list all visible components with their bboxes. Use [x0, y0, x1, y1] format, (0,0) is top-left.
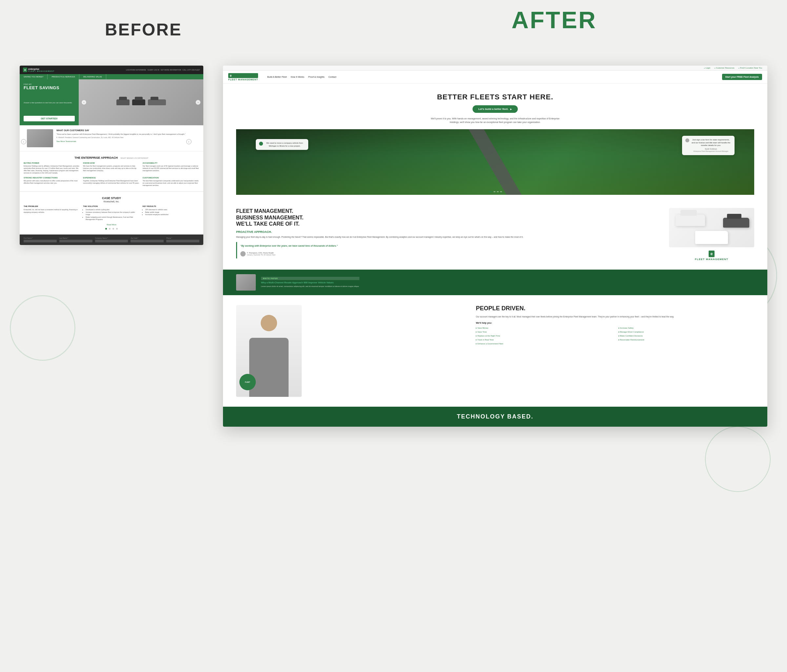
company-name-input[interactable]	[95, 240, 128, 242]
case-results-list: 10% decrease in vehicle costs Better pub…	[143, 209, 199, 216]
help-track-real-time[interactable]: Track in Real Time	[476, 338, 612, 341]
before-locations: LOCATIONS NATIONWIDE	[126, 69, 146, 71]
zip-code-input[interactable]	[131, 240, 164, 242]
after-whitepaper-section: WHITE PAPER Why a Multi-Channel Resale A…	[223, 270, 767, 295]
slider-dot-3[interactable]	[497, 191, 499, 192]
case-problem-text: Kroeschell, Inc. did not have a consiste…	[24, 209, 81, 213]
car-shape-1	[116, 100, 130, 105]
before-nav-delivering[interactable]: DELIVERING VALUE	[79, 74, 106, 79]
footer-col-2: Last Name *	[59, 237, 92, 242]
before-client-login[interactable]: CLIENT LOG IN	[147, 69, 160, 71]
nav-proof-insights[interactable]: Proof & Insights	[308, 76, 324, 78]
nav-how-it-works[interactable]: How It Works	[291, 76, 305, 78]
before-cta-button[interactable]: GET STARTED!	[24, 116, 75, 121]
before-hero: FIND MY FLEET SAVINGS Answer a few quest…	[20, 79, 203, 125]
before-top-nav: LOCATIONS NATIONWIDE CLIENT LOG IN GET M…	[126, 69, 200, 71]
nav-build-fleet[interactable]: Build A Better Fleet	[267, 76, 287, 78]
before-hero-cars	[79, 79, 203, 125]
dot-4[interactable]	[116, 228, 118, 229]
before-case-study: CASE STUDY Kroeschell, Inc. THE PROBLEM …	[20, 191, 203, 234]
before-testimonial-section: ‹ WHAT OUR CUSTOMERS SAY "Since we've be…	[20, 125, 203, 152]
after-slider-dots	[488, 191, 502, 192]
after-fleet-body: Managing your fleet day-to-day is hard e…	[236, 236, 661, 239]
after-hero-image-area: We need to move a company vehicle from M…	[236, 129, 754, 195]
footer-col-3: Company Name *	[95, 237, 128, 242]
dot-1[interactable]	[105, 228, 107, 229]
help-save-time[interactable]: Save Time	[476, 330, 612, 333]
slider-dot-1[interactable]	[488, 191, 492, 192]
dot-2[interactable]	[109, 228, 111, 229]
case-solution-list: Developed a vehicle cycling plan Increas…	[83, 209, 140, 221]
hero-prev-arrow[interactable]: ‹	[81, 100, 87, 105]
after-quote-block: "By working with Enterprise over the yea…	[236, 242, 661, 258]
case-solution-title: THE SOLUTION	[83, 205, 140, 207]
car-shape-3	[148, 100, 166, 105]
before-approach-section: THE ENTERPRISE APPROACH WHAT MAKES US DI…	[20, 152, 203, 191]
after-help-list-right: Increase Safety Manage Driver Compliance…	[618, 327, 754, 346]
after-hero-headline: BETTER FLEETS START HERE.	[236, 93, 754, 101]
after-people-body: Our account managers are the key to it a…	[476, 315, 754, 318]
phone-input[interactable]	[166, 240, 199, 242]
slider-dot-4[interactable]	[500, 191, 502, 192]
before-get-info[interactable]: GET MORE INFORMATION	[161, 69, 181, 71]
after-wp-title[interactable]: Why a Multi-Channel Resale Approach Will…	[261, 281, 359, 284]
before-panel: e enterprise FLEET MANAGEMENT LOCATIONS …	[20, 66, 203, 245]
person-body	[249, 338, 289, 397]
nav-contact[interactable]: Contact	[329, 76, 337, 78]
testimonial-heading: WHAT OUR CUSTOMERS SAY	[56, 129, 186, 131]
before-label: BEFORE	[105, 20, 182, 40]
after-customer-resources-link[interactable]: » Customer Resources	[714, 67, 734, 69]
after-tech-headline: TECHNOLOGY BASED.	[236, 413, 754, 420]
fleet-car-white	[675, 215, 705, 226]
before-hero-left: FIND MY FLEET SAVINGS Answer a few quest…	[20, 79, 79, 125]
before-nav-saving[interactable]: SAVING YOU MONEY	[20, 74, 47, 79]
before-nav-products[interactable]: PRODUCTS & SERVICES	[47, 74, 79, 79]
after-we-help-label: We'll help you:	[476, 322, 754, 324]
after-fleet-text: FLEET MANAGEMENT. BUSINESS MANAGEMENT. W…	[236, 208, 661, 261]
before-testimonial-content: WHAT OUR CUSTOMERS SAY "Since we've been…	[56, 129, 186, 147]
after-fleet-cars-image	[669, 208, 754, 247]
after-wp-description: Lorem ipsum dolor sit amet, consectetur …	[261, 285, 359, 288]
footer-col-4: Zip Code *	[131, 237, 164, 242]
quote-attribution-line2: Industry, Nashville TN, 68 Vehicle Fleet	[247, 254, 275, 256]
after-nav-cta[interactable]: Start your FREE Fleet Analysis	[722, 74, 762, 80]
case-study-grid: THE PROBLEM Kroeschell, Inc. did not hav…	[24, 205, 199, 221]
testimonial-next-arrow[interactable]: ›	[186, 139, 191, 144]
help-save-money[interactable]: Save Money	[476, 327, 612, 329]
case-solution: THE SOLUTION Developed a vehicle cycling…	[83, 205, 140, 221]
help-manage-driver[interactable]: Manage Driver Compliance	[618, 330, 754, 333]
after-help-lists: Save Money Save Time Replace at the Righ…	[476, 327, 754, 346]
testimonial-attribution: K. Wiskoff, President, General Contracti…	[56, 136, 186, 139]
footer-col-1: First Name *	[24, 237, 57, 242]
person-head	[261, 315, 277, 331]
after-find-location-link[interactable]: » Find A Location Near You	[738, 67, 762, 69]
after-fleet-logo-text: FLEET MANAGEMENT	[669, 258, 754, 261]
after-fleet-subheading: PROACTIVE APPROACH.	[236, 230, 661, 234]
case-problem-title: THE PROBLEM	[24, 205, 81, 207]
see-more-testimonials[interactable]: See More Testimonials	[56, 141, 186, 142]
last-name-input[interactable]	[59, 240, 92, 242]
panels-container: e enterprise FLEET MANAGEMENT LOCATIONS …	[20, 66, 767, 427]
before-approach-grid: BUYING POWER Enterprise Holdings and its…	[24, 162, 199, 187]
before-panel-inner: e enterprise FLEET MANAGEMENT LOCATIONS …	[20, 66, 203, 245]
hero-next-arrow[interactable]: ›	[196, 100, 201, 105]
after-hero-cta[interactable]: Let's build a better fleet.	[473, 105, 518, 113]
first-name-input[interactable]	[24, 240, 57, 242]
case-study-dots	[24, 228, 199, 230]
after-login-link[interactable]: » Login	[704, 67, 711, 69]
case-read-more[interactable]: Read More	[24, 224, 199, 226]
help-replace-right-time[interactable]: Replace at the Right Time	[476, 335, 612, 337]
before-approach-title: THE ENTERPRISE APPROACH WHAT MAKES US DI…	[24, 156, 199, 160]
before-green-nav: SAVING YOU MONEY PRODUCTS & SERVICES DEL…	[20, 74, 203, 79]
help-reconsider-reimburse[interactable]: Reconsider Reimbursement	[618, 338, 754, 341]
help-confident-decisions[interactable]: Make Confident Decisions	[618, 335, 754, 337]
badge-text: FLEET	[245, 381, 250, 383]
help-enhance-govt-fleet[interactable]: Enhance a Government Fleet	[476, 342, 612, 345]
help-increase-safety[interactable]: Increase Safety	[618, 327, 754, 329]
dot-3[interactable]	[112, 228, 114, 229]
slider-dot-2[interactable]	[493, 191, 495, 192]
before-logo-sub: FLEET MANAGEMENT	[28, 70, 54, 72]
page-wrapper: BEFORE AFTER e enterprise FLEET MANAGEME…	[0, 0, 787, 440]
after-people-right: PEOPLE DRIVEN. Our account managers are …	[476, 305, 754, 346]
testimonial-prev-arrow[interactable]: ‹	[21, 139, 26, 144]
